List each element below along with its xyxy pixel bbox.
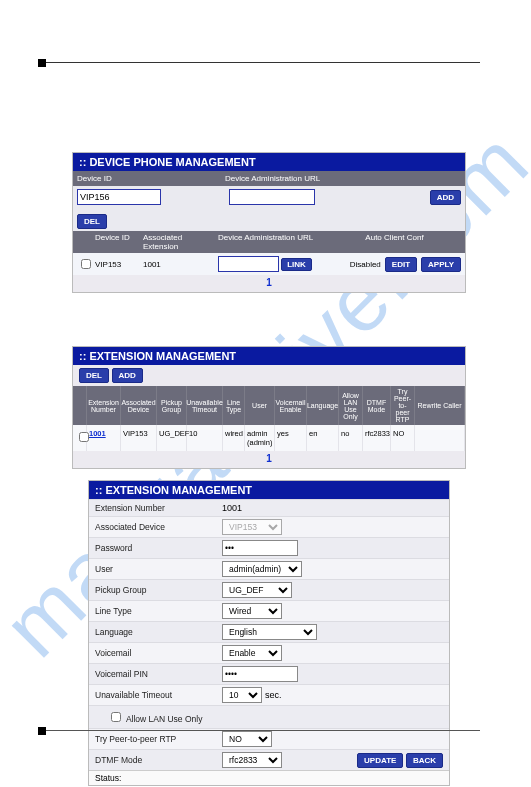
assoc-select[interactable]: VIP153 [222, 519, 282, 535]
device-phone-management-panel: :: DEVICE PHONE MANAGEMENT Device ID Dev… [72, 152, 466, 293]
lbl-lan: Allow LAN Use Only [126, 714, 203, 724]
sub-assoc-ext: Associated Extension [139, 231, 214, 253]
update-button[interactable]: UPDATE [357, 753, 403, 768]
pickup-select[interactable]: UG_DEF [222, 582, 292, 598]
col-caller: Rewrite Caller [415, 386, 465, 425]
col-unavail: Unavailable Timeout [187, 386, 223, 425]
lbl-password: Password [89, 540, 216, 556]
lbl-rtp: Try Peer-to-peer RTP [89, 731, 216, 747]
col-ext-no: Extension Number [87, 386, 121, 425]
sub-auto-client: Auto Client Conf [324, 231, 465, 253]
row-device-id: VIP153 [91, 257, 139, 272]
unavail-unit: sec. [265, 690, 282, 700]
col-lan: Allow LAN Use Only [339, 386, 363, 425]
bottom-square [38, 727, 46, 735]
sub-admin-url: Device Administration URL [214, 231, 324, 253]
panel2-title: :: EXTENSION MANAGEMENT [73, 347, 465, 365]
col-rtp: Try Peer-to-peer RTP [391, 386, 415, 425]
ext-no-link[interactable]: 1001 [89, 429, 106, 438]
vmail-select[interactable]: Enable [222, 645, 282, 661]
apply-button[interactable]: APPLY [421, 257, 461, 272]
lbl-dtmf: DTMF Mode [89, 752, 216, 768]
admin-url-input[interactable] [229, 189, 315, 205]
lbl-lang: Language [89, 624, 216, 640]
cell-lang: en [307, 425, 339, 451]
hdr-admin-url: Device Administration URL [221, 171, 465, 186]
lang-select[interactable]: English [222, 624, 317, 640]
lbl-assoc: Associated Device [89, 519, 216, 535]
col-user: User [245, 386, 275, 425]
cell-caller [415, 425, 465, 451]
dtmf-select[interactable]: rfc2833 [222, 752, 282, 768]
cell-line: wired [223, 425, 245, 451]
cell-unavail: 10 [187, 425, 223, 451]
panel3-title: :: EXTENSION MANAGEMENT [89, 481, 449, 499]
lbl-line: Line Type [89, 603, 216, 619]
val-ext-no: 1001 [222, 503, 242, 513]
lan-checkbox[interactable] [111, 712, 121, 722]
user-select[interactable]: admin(admin) [222, 561, 302, 577]
add-button[interactable]: ADD [430, 190, 461, 205]
lbl-vpin: Voicemail PIN [89, 666, 216, 682]
row-url-input[interactable] [218, 256, 279, 272]
edit-button[interactable]: EDIT [385, 257, 417, 272]
col-line: Line Type [223, 386, 245, 425]
lbl-vmail: Voicemail [89, 645, 216, 661]
device-id-input[interactable] [77, 189, 161, 205]
bottom-rule [40, 730, 480, 731]
cell-vmail: yes [275, 425, 307, 451]
cell-pickup: UG_DEF [157, 425, 187, 451]
row-auto-status: Disabled [350, 260, 381, 269]
hdr-device-id: Device ID [73, 171, 221, 186]
panel-title: :: DEVICE PHONE MANAGEMENT [73, 153, 465, 171]
back-button[interactable]: BACK [406, 753, 443, 768]
status-label: Status: [89, 770, 449, 785]
table-row: 1001 VIP153 UG_DEF 10 wired admin (admin… [73, 425, 465, 451]
cell-lan: no [339, 425, 363, 451]
col-dtmf: DTMF Mode [363, 386, 391, 425]
vpin-input[interactable] [222, 666, 298, 682]
cell-assoc: VIP153 [121, 425, 157, 451]
col-assoc: Associated Device [121, 386, 157, 425]
cell-user: admin (admin) [245, 425, 275, 451]
lbl-unavail: Unavailable Timeout [89, 687, 216, 703]
col-lang: Language [307, 386, 339, 425]
del-button[interactable]: DEL [77, 214, 107, 229]
line-select[interactable]: Wired [222, 603, 282, 619]
password-input[interactable] [222, 540, 298, 556]
lbl-user: User [89, 561, 216, 577]
unavail-select[interactable]: 10 [222, 687, 262, 703]
cell-rtp: NO [391, 425, 415, 451]
top-square [38, 59, 46, 67]
extension-management-panel: :: EXTENSION MANAGEMENT DEL ADD Extensio… [72, 346, 466, 469]
link-button[interactable]: LINK [281, 258, 312, 271]
panel1-note: 1 [73, 275, 465, 292]
rtp-select[interactable]: NO [222, 731, 272, 747]
ext-add-button[interactable]: ADD [112, 368, 143, 383]
row-ext: 1001 [139, 257, 214, 272]
extension-form-panel: :: EXTENSION MANAGEMENT Extension Number… [88, 480, 450, 786]
col-pickup: Pickup Group [157, 386, 187, 425]
lbl-ext-no: Extension Number [89, 500, 216, 516]
col-vmail: Voicemail Enable [275, 386, 307, 425]
lbl-pickup: Pickup Group [89, 582, 216, 598]
row-checkbox[interactable] [81, 259, 91, 269]
panel2-note: 1 [73, 451, 465, 468]
sub-device-id: Device ID [91, 231, 139, 253]
ext-del-button[interactable]: DEL [79, 368, 109, 383]
top-rule [40, 62, 480, 63]
cell-dtmf: rfc2833 [363, 425, 391, 451]
